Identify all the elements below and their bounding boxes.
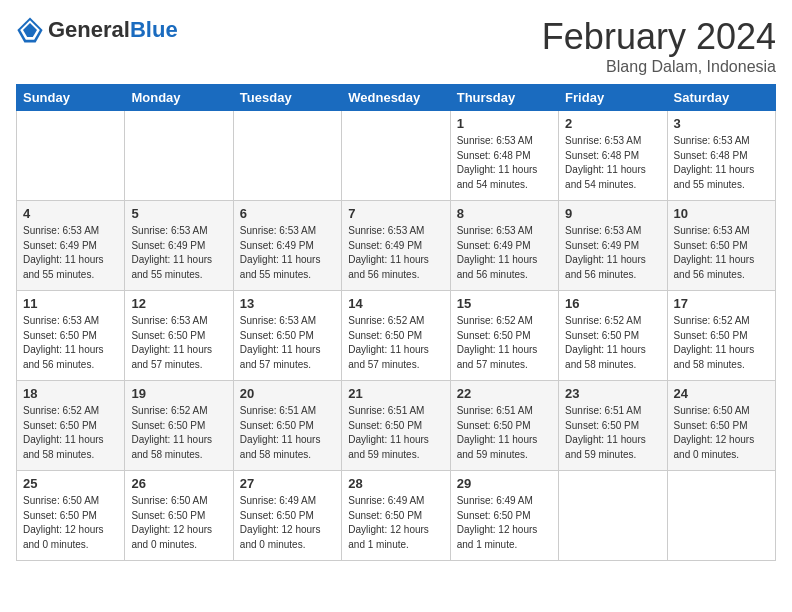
page-header: GeneralBlue February 2024 Blang Dalam, I… <box>16 16 776 76</box>
calendar-cell: 14Sunrise: 6:52 AMSunset: 6:50 PMDayligh… <box>342 291 450 381</box>
day-number: 15 <box>457 296 552 311</box>
month-title: February 2024 <box>542 16 776 58</box>
day-info: Sunrise: 6:51 AMSunset: 6:50 PMDaylight:… <box>348 404 443 462</box>
logo-blue: Blue <box>130 17 178 42</box>
day-info: Sunrise: 6:49 AMSunset: 6:50 PMDaylight:… <box>240 494 335 552</box>
day-number: 25 <box>23 476 118 491</box>
calendar-cell: 3Sunrise: 6:53 AMSunset: 6:48 PMDaylight… <box>667 111 775 201</box>
day-info: Sunrise: 6:53 AMSunset: 6:49 PMDaylight:… <box>348 224 443 282</box>
calendar-cell: 7Sunrise: 6:53 AMSunset: 6:49 PMDaylight… <box>342 201 450 291</box>
calendar-cell: 20Sunrise: 6:51 AMSunset: 6:50 PMDayligh… <box>233 381 341 471</box>
day-number: 19 <box>131 386 226 401</box>
calendar-cell: 19Sunrise: 6:52 AMSunset: 6:50 PMDayligh… <box>125 381 233 471</box>
calendar-cell: 21Sunrise: 6:51 AMSunset: 6:50 PMDayligh… <box>342 381 450 471</box>
weekday-header-row: SundayMondayTuesdayWednesdayThursdayFrid… <box>17 85 776 111</box>
day-info: Sunrise: 6:52 AMSunset: 6:50 PMDaylight:… <box>674 314 769 372</box>
day-info: Sunrise: 6:52 AMSunset: 6:50 PMDaylight:… <box>348 314 443 372</box>
day-number: 13 <box>240 296 335 311</box>
day-number: 16 <box>565 296 660 311</box>
day-number: 12 <box>131 296 226 311</box>
day-number: 11 <box>23 296 118 311</box>
day-info: Sunrise: 6:49 AMSunset: 6:50 PMDaylight:… <box>457 494 552 552</box>
day-number: 7 <box>348 206 443 221</box>
calendar-cell: 6Sunrise: 6:53 AMSunset: 6:49 PMDaylight… <box>233 201 341 291</box>
day-number: 14 <box>348 296 443 311</box>
calendar-week-row: 18Sunrise: 6:52 AMSunset: 6:50 PMDayligh… <box>17 381 776 471</box>
day-info: Sunrise: 6:53 AMSunset: 6:50 PMDaylight:… <box>240 314 335 372</box>
day-number: 22 <box>457 386 552 401</box>
calendar-cell: 4Sunrise: 6:53 AMSunset: 6:49 PMDaylight… <box>17 201 125 291</box>
calendar-table: SundayMondayTuesdayWednesdayThursdayFrid… <box>16 84 776 561</box>
day-info: Sunrise: 6:50 AMSunset: 6:50 PMDaylight:… <box>131 494 226 552</box>
calendar-cell: 9Sunrise: 6:53 AMSunset: 6:49 PMDaylight… <box>559 201 667 291</box>
calendar-cell: 2Sunrise: 6:53 AMSunset: 6:48 PMDaylight… <box>559 111 667 201</box>
weekday-header-sunday: Sunday <box>17 85 125 111</box>
calendar-week-row: 4Sunrise: 6:53 AMSunset: 6:49 PMDaylight… <box>17 201 776 291</box>
day-number: 17 <box>674 296 769 311</box>
calendar-week-row: 11Sunrise: 6:53 AMSunset: 6:50 PMDayligh… <box>17 291 776 381</box>
day-info: Sunrise: 6:52 AMSunset: 6:50 PMDaylight:… <box>131 404 226 462</box>
location-text: Blang Dalam, Indonesia <box>542 58 776 76</box>
day-number: 9 <box>565 206 660 221</box>
title-block: February 2024 Blang Dalam, Indonesia <box>542 16 776 76</box>
day-number: 1 <box>457 116 552 131</box>
day-number: 21 <box>348 386 443 401</box>
calendar-cell: 22Sunrise: 6:51 AMSunset: 6:50 PMDayligh… <box>450 381 558 471</box>
day-number: 8 <box>457 206 552 221</box>
logo-icon <box>16 16 44 44</box>
day-info: Sunrise: 6:52 AMSunset: 6:50 PMDaylight:… <box>23 404 118 462</box>
day-info: Sunrise: 6:50 AMSunset: 6:50 PMDaylight:… <box>674 404 769 462</box>
calendar-cell: 26Sunrise: 6:50 AMSunset: 6:50 PMDayligh… <box>125 471 233 561</box>
day-info: Sunrise: 6:53 AMSunset: 6:50 PMDaylight:… <box>674 224 769 282</box>
calendar-cell: 25Sunrise: 6:50 AMSunset: 6:50 PMDayligh… <box>17 471 125 561</box>
weekday-header-tuesday: Tuesday <box>233 85 341 111</box>
calendar-cell: 12Sunrise: 6:53 AMSunset: 6:50 PMDayligh… <box>125 291 233 381</box>
calendar-cell: 5Sunrise: 6:53 AMSunset: 6:49 PMDaylight… <box>125 201 233 291</box>
calendar-cell: 18Sunrise: 6:52 AMSunset: 6:50 PMDayligh… <box>17 381 125 471</box>
day-number: 26 <box>131 476 226 491</box>
weekday-header-monday: Monday <box>125 85 233 111</box>
day-number: 18 <box>23 386 118 401</box>
logo-text: GeneralBlue <box>48 19 178 41</box>
day-number: 10 <box>674 206 769 221</box>
calendar-cell: 11Sunrise: 6:53 AMSunset: 6:50 PMDayligh… <box>17 291 125 381</box>
day-info: Sunrise: 6:53 AMSunset: 6:49 PMDaylight:… <box>565 224 660 282</box>
calendar-cell <box>667 471 775 561</box>
calendar-cell: 24Sunrise: 6:50 AMSunset: 6:50 PMDayligh… <box>667 381 775 471</box>
calendar-cell: 1Sunrise: 6:53 AMSunset: 6:48 PMDaylight… <box>450 111 558 201</box>
calendar-cell: 13Sunrise: 6:53 AMSunset: 6:50 PMDayligh… <box>233 291 341 381</box>
day-info: Sunrise: 6:53 AMSunset: 6:49 PMDaylight:… <box>131 224 226 282</box>
calendar-cell: 15Sunrise: 6:52 AMSunset: 6:50 PMDayligh… <box>450 291 558 381</box>
weekday-header-thursday: Thursday <box>450 85 558 111</box>
day-info: Sunrise: 6:53 AMSunset: 6:48 PMDaylight:… <box>565 134 660 192</box>
weekday-header-friday: Friday <box>559 85 667 111</box>
calendar-cell <box>125 111 233 201</box>
weekday-header-saturday: Saturday <box>667 85 775 111</box>
day-info: Sunrise: 6:53 AMSunset: 6:48 PMDaylight:… <box>674 134 769 192</box>
day-number: 2 <box>565 116 660 131</box>
day-info: Sunrise: 6:51 AMSunset: 6:50 PMDaylight:… <box>457 404 552 462</box>
calendar-cell: 8Sunrise: 6:53 AMSunset: 6:49 PMDaylight… <box>450 201 558 291</box>
logo-general: General <box>48 17 130 42</box>
day-info: Sunrise: 6:52 AMSunset: 6:50 PMDaylight:… <box>457 314 552 372</box>
day-info: Sunrise: 6:53 AMSunset: 6:49 PMDaylight:… <box>240 224 335 282</box>
calendar-cell: 10Sunrise: 6:53 AMSunset: 6:50 PMDayligh… <box>667 201 775 291</box>
day-number: 3 <box>674 116 769 131</box>
calendar-cell <box>17 111 125 201</box>
calendar-week-row: 1Sunrise: 6:53 AMSunset: 6:48 PMDaylight… <box>17 111 776 201</box>
day-info: Sunrise: 6:51 AMSunset: 6:50 PMDaylight:… <box>565 404 660 462</box>
calendar-cell: 16Sunrise: 6:52 AMSunset: 6:50 PMDayligh… <box>559 291 667 381</box>
calendar-cell: 29Sunrise: 6:49 AMSunset: 6:50 PMDayligh… <box>450 471 558 561</box>
calendar-cell: 27Sunrise: 6:49 AMSunset: 6:50 PMDayligh… <box>233 471 341 561</box>
day-info: Sunrise: 6:53 AMSunset: 6:50 PMDaylight:… <box>131 314 226 372</box>
calendar-cell <box>559 471 667 561</box>
day-info: Sunrise: 6:53 AMSunset: 6:50 PMDaylight:… <box>23 314 118 372</box>
calendar-cell <box>233 111 341 201</box>
weekday-header-wednesday: Wednesday <box>342 85 450 111</box>
day-number: 29 <box>457 476 552 491</box>
day-info: Sunrise: 6:53 AMSunset: 6:49 PMDaylight:… <box>23 224 118 282</box>
day-info: Sunrise: 6:53 AMSunset: 6:48 PMDaylight:… <box>457 134 552 192</box>
day-info: Sunrise: 6:50 AMSunset: 6:50 PMDaylight:… <box>23 494 118 552</box>
day-number: 20 <box>240 386 335 401</box>
day-info: Sunrise: 6:52 AMSunset: 6:50 PMDaylight:… <box>565 314 660 372</box>
